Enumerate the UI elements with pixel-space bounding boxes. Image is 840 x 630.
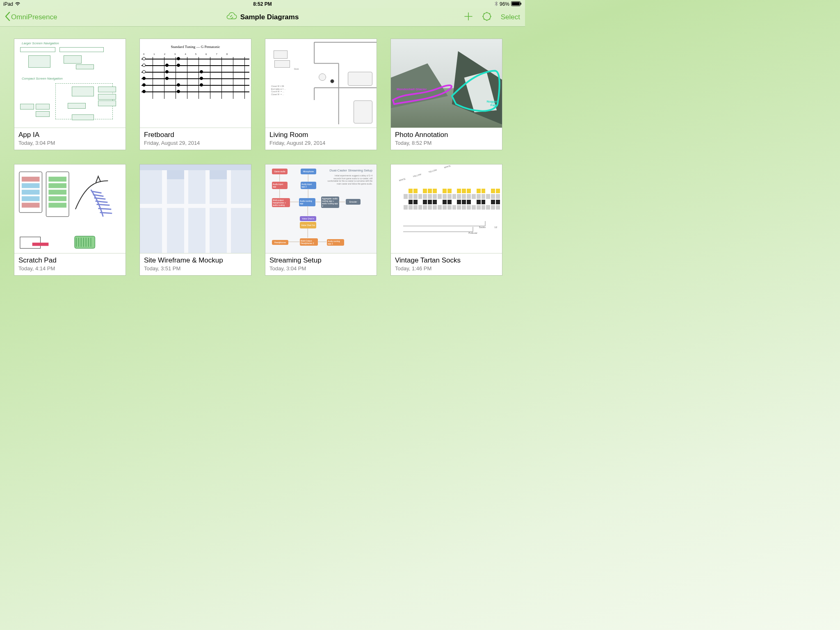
document-thumbnail: Larger Screen Navigation Compact Screen … [14, 39, 126, 128]
svg-rect-28 [75, 236, 95, 249]
document-date: Today, 4:14 PM [18, 265, 121, 272]
svg-rect-20 [22, 196, 40, 201]
select-button[interactable]: Select [501, 13, 520, 21]
thumb-text: Pullover [468, 232, 477, 234]
device-label: iPad [3, 1, 13, 7]
document-date: Today, 3:04 PM [269, 265, 372, 272]
document-title: Scratch Pad [18, 256, 121, 265]
thumb-text: Standard Tuning — G Pentatonic [140, 45, 251, 49]
document-title: Site Wireframe & Mockup [144, 256, 247, 265]
battery-icon [511, 1, 522, 7]
thumb-text: 12 [494, 226, 497, 228]
document-thumbnail: Standard Tuning — G Pentatonic 012345678… [140, 39, 251, 128]
document-title: App IA [18, 131, 121, 139]
document-thumbnail: Mendenhall Glacier Nugget Falls [391, 39, 502, 128]
back-label: OmniPresence [11, 13, 57, 21]
document-title: Living Room [269, 131, 372, 139]
document-thumbnail [140, 164, 251, 253]
settings-button[interactable] [482, 11, 492, 23]
sync-cloud-icon [226, 12, 237, 22]
document-date: Today, 3:51 PM [144, 265, 247, 272]
document-title: Photo Annotation [395, 131, 498, 139]
document-title: Streaming Setup [269, 256, 372, 265]
document-tile[interactable]: Closet W = 84End table w = ...Couch W = … [265, 39, 377, 150]
svg-rect-22 [48, 177, 66, 182]
document-tile[interactable]: Scratch Pad Today, 4:14 PM [14, 164, 126, 276]
svg-rect-23 [48, 183, 66, 188]
document-tile[interactable]: Dual-Caster Streaming Setup Initial expe… [265, 164, 377, 276]
thumb-text: Compact Screen Navigation [22, 77, 63, 80]
svg-rect-21 [22, 203, 40, 208]
svg-rect-36 [32, 243, 49, 246]
document-date: Friday, August 29, 2014 [144, 140, 247, 146]
wifi-icon [15, 1, 21, 7]
thumb-text: Socks [479, 226, 486, 228]
thumb-text: Mendenhall Glacier [397, 87, 427, 91]
document-date: Today, 8:52 PM [395, 140, 498, 146]
svg-rect-2 [520, 2, 521, 5]
document-tile[interactable]: Standard Tuning — G Pentatonic 012345678… [139, 39, 251, 150]
svg-rect-1 [512, 2, 520, 5]
document-thumbnail [14, 164, 126, 253]
bluetooth-icon [495, 1, 498, 7]
back-button[interactable]: OmniPresence [5, 12, 57, 23]
document-date: Today, 3:04 PM [18, 140, 121, 146]
document-grid: Larger Screen Navigation Compact Screen … [0, 26, 525, 288]
page-title: Sample Diagrams [240, 13, 299, 21]
battery-pct: 96% [500, 1, 509, 7]
document-title: Vintage Tartan Socks [395, 256, 498, 265]
document-title: Fretboard [144, 131, 247, 139]
svg-rect-18 [22, 183, 40, 188]
document-date: Friday, August 29, 2014 [269, 140, 372, 146]
document-tile[interactable]: Site Wireframe & Mockup Today, 3:51 PM [139, 164, 251, 276]
chevron-left-icon [5, 12, 10, 23]
svg-rect-17 [22, 177, 40, 182]
status-bar: iPad 8:52 PM 96% [0, 0, 525, 8]
nav-bar: OmniPresence Sample Diagrams Select [0, 8, 525, 26]
svg-rect-24 [48, 190, 66, 195]
document-thumbnail: Dual-Caster Streaming Setup Initial expe… [265, 164, 377, 253]
svg-rect-19 [22, 190, 40, 195]
document-date: Today, 1:46 PM [395, 265, 498, 272]
document-tile[interactable]: Larger Screen Navigation Compact Screen … [14, 39, 126, 150]
thumb-text: Larger Screen Navigation [22, 41, 59, 45]
document-thumbnail: Closet W = 84End table w = ...Couch W = … [265, 39, 377, 128]
svg-rect-25 [48, 196, 66, 201]
svg-rect-26 [48, 203, 66, 208]
clock: 8:52 PM [253, 1, 272, 7]
document-tile[interactable]: Mendenhall Glacier Nugget Falls Photo An… [390, 39, 502, 150]
thumb-text: Nugget Falls [480, 100, 498, 107]
document-tile[interactable]: WHITEYELLOWYELLOWWHITEYELLOWYELLOWWHITE [390, 164, 502, 276]
document-thumbnail: WHITEYELLOWYELLOWWHITEYELLOWYELLOWWHITE [391, 164, 502, 253]
add-button[interactable] [464, 12, 473, 23]
